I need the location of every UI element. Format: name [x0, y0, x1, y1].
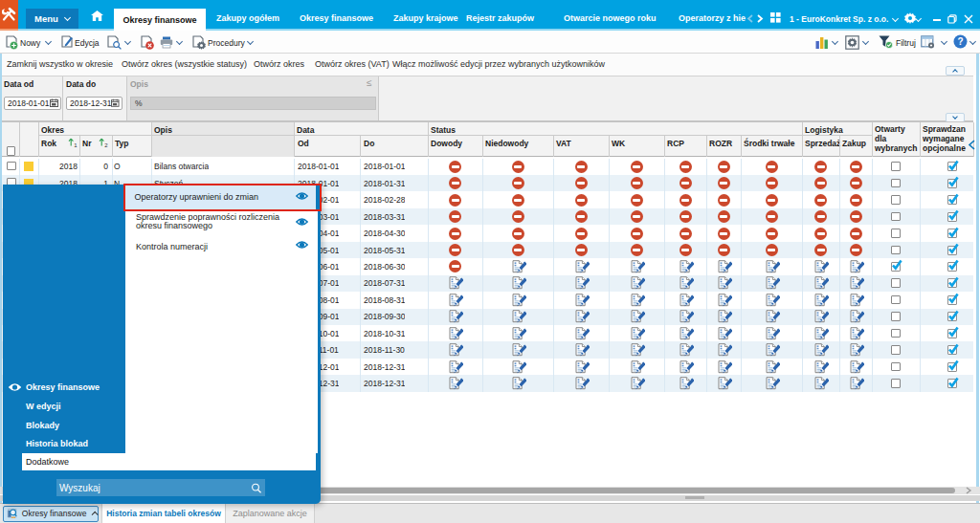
svg-text:2: 2	[104, 142, 108, 148]
svg-text:?: ?	[957, 36, 963, 47]
svg-text:1: 1	[74, 142, 78, 148]
